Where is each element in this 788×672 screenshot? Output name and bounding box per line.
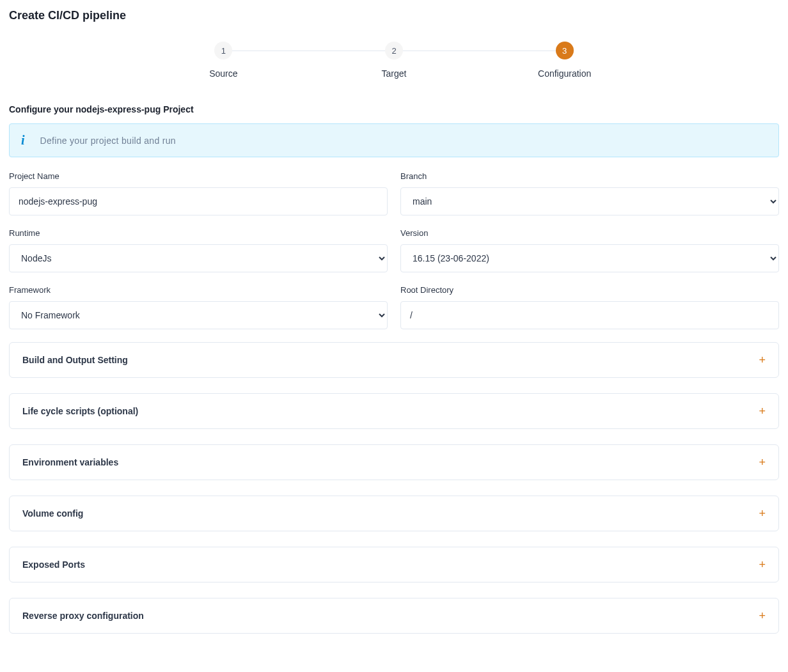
accordion-volume-config[interactable]: Volume config + xyxy=(9,496,779,531)
framework-select[interactable]: No Framework xyxy=(9,301,388,329)
plus-icon: + xyxy=(759,354,766,366)
runtime-group: Runtime NodeJs xyxy=(9,228,388,272)
step-source[interactable]: 1 Source xyxy=(138,42,309,79)
project-name-input[interactable] xyxy=(9,187,388,215)
branch-group: Branch main xyxy=(400,171,779,215)
version-select[interactable]: 16.15 (23-06-2022) xyxy=(400,244,779,272)
root-directory-group: Root Directory xyxy=(400,285,779,329)
accordion-title: Build and Output Setting xyxy=(22,355,128,365)
framework-label: Framework xyxy=(9,285,388,295)
branch-label: Branch xyxy=(400,171,779,181)
plus-icon: + xyxy=(759,405,766,417)
accordion-title: Reverse proxy configuration xyxy=(22,611,144,621)
section-heading: Configure your nodejs-express-pug Projec… xyxy=(9,104,779,114)
accordion-reverse-proxy[interactable]: Reverse proxy configuration + xyxy=(9,598,779,634)
accordion-title: Exposed Ports xyxy=(22,559,85,570)
accordion-exposed-ports[interactable]: Exposed Ports + xyxy=(9,547,779,582)
runtime-label: Runtime xyxy=(9,228,388,238)
accordion-title: Volume config xyxy=(22,508,83,519)
step-configuration[interactable]: 3 Configuration xyxy=(479,42,650,79)
accordion-title: Life cycle scripts (optional) xyxy=(22,406,138,416)
info-text: Define your project build and run xyxy=(40,136,176,146)
version-group: Version 16.15 (23-06-2022) xyxy=(400,228,779,272)
step-label: Configuration xyxy=(538,68,591,79)
info-box: i Define your project build and run xyxy=(9,123,779,157)
plus-icon: + xyxy=(759,457,766,468)
branch-select[interactable]: main xyxy=(400,187,779,215)
accordion-title: Environment variables xyxy=(22,457,118,467)
step-line xyxy=(394,51,565,51)
step-target[interactable]: 2 Target xyxy=(309,42,480,79)
step-number: 3 xyxy=(556,42,574,59)
step-number: 1 xyxy=(214,42,232,59)
step-label: Source xyxy=(209,68,237,79)
page-title: Create CI/CD pipeline xyxy=(9,9,779,22)
framework-group: Framework No Framework xyxy=(9,285,388,329)
step-line xyxy=(223,51,394,51)
accordion-lifecycle-scripts[interactable]: Life cycle scripts (optional) + xyxy=(9,393,779,429)
project-name-group: Project Name xyxy=(9,171,388,215)
plus-icon: + xyxy=(759,508,766,519)
project-name-label: Project Name xyxy=(9,171,388,181)
step-label: Target xyxy=(382,68,407,79)
accordion-build-output[interactable]: Build and Output Setting + xyxy=(9,342,779,378)
root-directory-input[interactable] xyxy=(400,301,779,329)
plus-icon: + xyxy=(759,559,766,570)
step-number: 2 xyxy=(385,42,403,59)
version-label: Version xyxy=(400,228,779,238)
stepper: 1 Source 2 Target 3 Configuration xyxy=(138,42,650,79)
info-icon: i xyxy=(21,133,25,148)
plus-icon: + xyxy=(759,610,766,621)
accordion-environment-variables[interactable]: Environment variables + xyxy=(9,444,779,480)
root-directory-label: Root Directory xyxy=(400,285,779,295)
runtime-select[interactable]: NodeJs xyxy=(9,244,388,272)
